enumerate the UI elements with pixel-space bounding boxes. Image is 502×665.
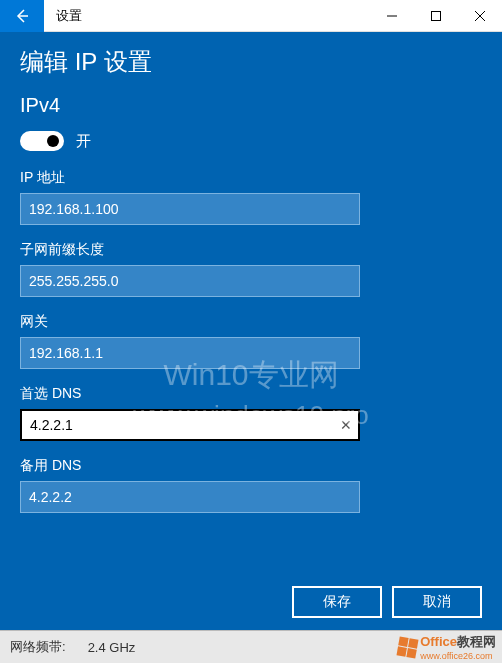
dns2-label: 备用 DNS <box>20 457 482 475</box>
ip-address-label: IP 地址 <box>20 169 482 187</box>
maximize-icon <box>431 11 441 21</box>
ip-address-group: IP 地址 <box>20 169 482 225</box>
ip-address-input[interactable] <box>20 193 360 225</box>
gateway-label: 网关 <box>20 313 482 331</box>
close-icon <box>475 11 485 21</box>
subnet-group: 子网前缀长度 <box>20 241 482 297</box>
back-button[interactable] <box>0 0 44 32</box>
window-controls <box>370 0 502 32</box>
logo-url: www.office26.com <box>420 651 496 661</box>
save-button[interactable]: 保存 <box>292 586 382 618</box>
statusbar: 网络频带: 2.4 GHz Office教程网 www.office26.com <box>0 630 502 663</box>
status-label: 网络频带: <box>10 638 66 656</box>
corner-logo: Office教程网 www.office26.com <box>398 633 496 661</box>
subnet-input[interactable] <box>20 265 360 297</box>
window-title: 设置 <box>44 7 370 25</box>
gateway-input[interactable] <box>20 337 360 369</box>
clear-input-button[interactable]: ✕ <box>340 417 352 433</box>
minimize-button[interactable] <box>370 0 414 32</box>
dns2-input[interactable] <box>20 481 360 513</box>
arrow-left-icon <box>14 8 30 24</box>
office-logo-icon <box>397 636 419 658</box>
button-row: 保存 取消 <box>292 586 482 618</box>
main-panel: 编辑 IP 设置 IPv4 开 IP 地址 子网前缀长度 网关 首选 DNS ✕… <box>0 32 502 630</box>
dns1-group: 首选 DNS ✕ <box>20 385 482 441</box>
subnet-label: 子网前缀长度 <box>20 241 482 259</box>
dns2-group: 备用 DNS <box>20 457 482 513</box>
logo-text2: 教程网 <box>457 634 496 649</box>
svg-rect-1 <box>432 11 441 20</box>
ipv4-toggle[interactable] <box>20 131 64 151</box>
toggle-label: 开 <box>76 132 91 151</box>
dns1-label: 首选 DNS <box>20 385 482 403</box>
toggle-knob-icon <box>47 135 59 147</box>
maximize-button[interactable] <box>414 0 458 32</box>
section-title: IPv4 <box>20 94 482 117</box>
logo-text1: Office <box>420 634 457 649</box>
titlebar: 设置 <box>0 0 502 32</box>
cancel-button[interactable]: 取消 <box>392 586 482 618</box>
page-title: 编辑 IP 设置 <box>20 46 482 78</box>
ipv4-toggle-row: 开 <box>20 131 482 151</box>
gateway-group: 网关 <box>20 313 482 369</box>
dns1-input[interactable] <box>20 409 360 441</box>
minimize-icon <box>387 11 397 21</box>
status-value: 2.4 GHz <box>88 640 136 655</box>
close-button[interactable] <box>458 0 502 32</box>
